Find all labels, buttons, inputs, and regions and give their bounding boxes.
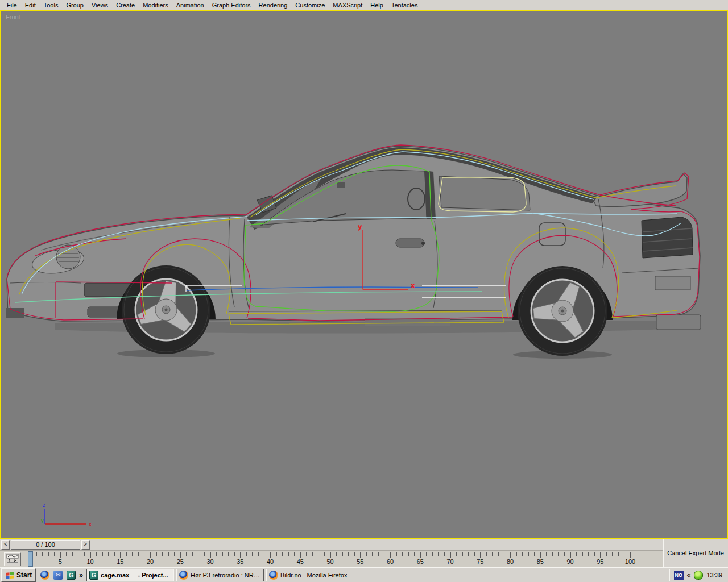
3dsmax-icon[interactable] (67, 571, 76, 580)
ruler-tick (240, 552, 241, 558)
task-label: cage.max - Project... (101, 572, 168, 579)
menu-views[interactable]: Views (88, 1, 112, 9)
ruler-tick (396, 552, 397, 556)
frame-next-button[interactable]: > (81, 540, 90, 550)
tray-chevron[interactable]: « (687, 571, 691, 579)
ruler-tick-label: 85 (537, 558, 544, 565)
track-bar[interactable]: 0510152025303540455055606570758085909510… (0, 550, 663, 567)
ruler-tick (390, 552, 391, 558)
ruler-tick (450, 552, 451, 558)
menu-group[interactable]: Group (62, 1, 88, 9)
ruler-tick-label: 95 (597, 558, 603, 565)
ruler-tick (618, 552, 619, 556)
ruler-tick (102, 552, 103, 556)
ruler-tick (180, 552, 181, 558)
menu-edit[interactable]: Edit (21, 1, 40, 9)
ruler-tick (534, 552, 535, 556)
ruler-tick (288, 552, 289, 556)
menu-customize[interactable]: Customize (291, 1, 329, 9)
start-button[interactable]: Start (1, 568, 36, 582)
task-label: Bildr.no - Mozilla Firefox (280, 572, 347, 579)
viewport-canvas[interactable]: y x z x y (1, 11, 727, 538)
current-frame-marker[interactable] (28, 551, 33, 567)
menu-file[interactable]: File (3, 1, 21, 9)
ruler-tick-label: 15 (117, 558, 123, 565)
ruler-tick (492, 552, 493, 556)
ruler-tick-label: 30 (206, 558, 213, 565)
ruler-tick (84, 552, 85, 556)
ruler-tick (564, 552, 565, 556)
ruler-tick (516, 552, 517, 556)
menu-create[interactable]: Create (112, 1, 139, 9)
ruler-tick (126, 552, 127, 556)
ruler-tick (72, 552, 73, 556)
rearview-mirror (337, 182, 345, 188)
task-button[interactable]: Hør P3-retroradio : NRK ... (176, 569, 264, 581)
viewport-name-label[interactable]: Front (6, 14, 20, 20)
ruler-tick (342, 552, 343, 556)
ruler-tick (198, 552, 198, 556)
language-indicator[interactable]: NO (674, 571, 684, 580)
cancel-expert-mode-button[interactable]: Cancel Expert Mode (667, 550, 724, 556)
task-button[interactable]: Bildr.no - Mozilla Firefox (266, 569, 359, 581)
quick-launch-overflow-chevron[interactable]: » (79, 571, 83, 579)
frame-prev-button[interactable]: < (1, 540, 10, 550)
menu-maxscript[interactable]: MAXScript (329, 1, 366, 9)
menu-tools[interactable]: Tools (40, 1, 63, 9)
axis-tripod: z x y (41, 502, 92, 527)
task-label: Hør P3-retroradio : NRK ... (191, 572, 261, 579)
menu-tentacles[interactable]: Tentacles (387, 1, 421, 9)
open-mini-curve-editor-button[interactable] (4, 552, 21, 566)
door-handle (396, 239, 424, 247)
windows-logo-icon (5, 571, 14, 579)
ruler-tick (228, 552, 229, 556)
ruler-tick (120, 552, 121, 558)
ruler-tick (270, 552, 271, 558)
ruler-tick (174, 552, 175, 556)
ruler-tick (168, 552, 169, 556)
ruler-tick (306, 552, 307, 556)
ruler-tick (588, 552, 589, 556)
viewport-front[interactable]: y x z x y Front (0, 10, 728, 539)
quarter-glass (439, 176, 530, 210)
rear-reflector (655, 276, 690, 290)
ruler-tick (528, 552, 529, 556)
ruler-tick (504, 552, 504, 556)
ruler-tick (600, 552, 601, 558)
system-tray: NO « 13:39 (669, 569, 727, 581)
ruler-tick (480, 552, 481, 558)
task-buttons: cage.max - Project...Hør P3-retroradio :… (86, 569, 362, 581)
menu-modifiers[interactable]: Modifiers (139, 1, 172, 9)
menu-animation[interactable]: Animation (172, 1, 208, 9)
time-slider-handle[interactable]: 0 / 100 (11, 540, 80, 550)
tail-light (642, 217, 693, 258)
ruler-tick (264, 552, 264, 556)
ruler-tick (432, 552, 433, 556)
ruler-tick (372, 552, 373, 556)
ruler-tick-label: 25 (177, 558, 184, 565)
mail-icon[interactable] (53, 571, 63, 580)
ruler-tick-label: 10 (86, 558, 93, 565)
ruler-tick (348, 552, 349, 556)
ruler-tick (312, 552, 313, 556)
ruler-tick (468, 552, 469, 556)
clock[interactable]: 13:39 (706, 572, 722, 579)
ruler-tick (474, 552, 475, 556)
ruler-tick (324, 552, 325, 556)
ruler-tick (438, 552, 439, 556)
ruler-tick-label: 65 (417, 558, 424, 565)
ruler-tick (210, 552, 211, 558)
ruler-tick-label: 90 (566, 558, 573, 565)
task-button[interactable]: cage.max - Project... (86, 569, 174, 581)
menu-help[interactable]: Help (366, 1, 387, 9)
ruler-tick (624, 552, 624, 556)
menu-graph-editors[interactable]: Graph Editors (208, 1, 255, 9)
taskbar: Start » cage.max - Project...Hør P3-retr… (0, 567, 728, 582)
ruler-tick (408, 552, 409, 556)
messenger-icon[interactable] (694, 571, 703, 580)
firefox-icon[interactable] (40, 571, 49, 580)
menu-rendering[interactable]: Rendering (255, 1, 292, 9)
frame-ruler[interactable]: 0510152025303540455055606570758085909510… (0, 551, 663, 568)
axis-y-label: y (41, 518, 44, 523)
ruler-tick (426, 552, 427, 556)
